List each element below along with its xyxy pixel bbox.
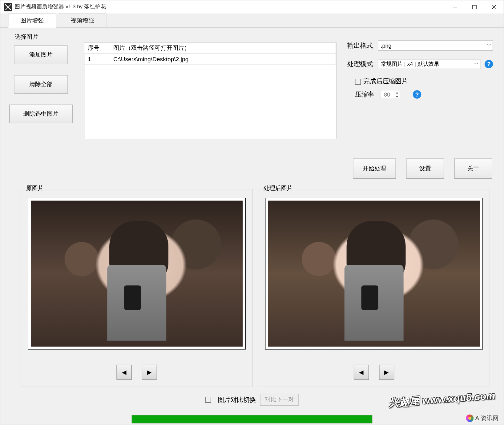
spinner-up-icon[interactable]: ▲ <box>394 90 400 94</box>
settings-button[interactable]: 设置 <box>406 158 444 179</box>
select-images-legend: 选择图片 <box>13 33 40 41</box>
maximize-button[interactable] <box>465 0 484 14</box>
chevron-down-icon: ﹀ <box>487 42 491 48</box>
settings-panel: 输出格式 .png ﹀ 处理模式 常规图片 | x4 | 默认效果 ﹀ ? 完成… <box>347 41 493 108</box>
cell-path[interactable]: C:\Users\ming\Desktop\2.jpg <box>110 54 336 64</box>
table-row[interactable]: 1 C:\Users\ming\Desktop\2.jpg <box>84 54 336 64</box>
processed-next-button[interactable]: ▶ <box>379 365 394 380</box>
compress-ratio-label: 压缩率 <box>355 90 374 98</box>
processed-image <box>268 201 480 347</box>
col-path: 图片（双击路径可打开图片） <box>110 42 336 54</box>
flower-icon <box>466 415 474 422</box>
original-image-group: 原图片 ◀ ▶ <box>21 189 253 387</box>
progress-bar <box>132 415 372 423</box>
svg-rect-1 <box>473 5 476 9</box>
titlebar: 图片视频画质增强器 v1.3 by 落红护花 <box>0 0 503 14</box>
clear-all-button[interactable]: 清除全部 <box>14 75 68 93</box>
minimize-button[interactable] <box>445 0 465 14</box>
tab-image-enhance[interactable]: 图片增强 <box>8 14 56 28</box>
original-legend: 原图片 <box>25 185 46 192</box>
cell-index: 1 <box>84 54 110 64</box>
add-image-button[interactable]: 添加图片 <box>14 46 68 64</box>
original-prev-button[interactable]: ◀ <box>116 365 131 380</box>
triangle-left-icon: ◀ <box>122 369 127 376</box>
mode-label: 处理模式 <box>347 60 378 68</box>
original-image-frame <box>28 198 245 350</box>
image-table[interactable]: 序号 图片（双击路径可打开图片） 1 C:\Users\ming\Desktop… <box>84 42 337 139</box>
compress-ratio-spinner[interactable]: ▲▼ <box>380 90 400 99</box>
triangle-left-icon: ◀ <box>359 369 364 376</box>
compare-toggle-checkbox[interactable] <box>205 397 211 403</box>
watermark-brand: AI资讯网 <box>466 415 498 422</box>
triangle-right-icon: ▶ <box>384 369 389 376</box>
processed-legend: 处理后图片 <box>262 185 295 192</box>
window-title: 图片视频画质增强器 v1.3 by 落红护花 <box>15 3 106 10</box>
compare-next-pair-button[interactable]: 对比下一对 <box>260 394 299 406</box>
close-button[interactable] <box>484 0 504 14</box>
output-format-select[interactable]: .png ﹀ <box>378 41 493 51</box>
processed-image-group: 处理后图片 ◀ ▶ <box>258 189 490 387</box>
spinner-down-icon[interactable]: ▼ <box>394 94 400 99</box>
compress-after-checkbox[interactable] <box>355 79 361 85</box>
original-image <box>31 201 243 347</box>
start-button[interactable]: 开始处理 <box>353 158 396 179</box>
about-button[interactable]: 关于 <box>454 158 492 179</box>
output-format-label: 输出格式 <box>347 42 378 50</box>
processed-prev-button[interactable]: ◀ <box>354 365 369 380</box>
help-icon[interactable]: ? <box>485 60 493 68</box>
help-icon[interactable]: ? <box>413 90 421 98</box>
delete-selected-button[interactable]: 删除选中图片 <box>9 105 73 123</box>
select-images-group: 选择图片 添加图片 清除全部 删除选中图片 序号 图片（双击路径可打开图片） <box>9 38 336 147</box>
compress-ratio-value[interactable] <box>380 90 394 98</box>
original-next-button[interactable]: ▶ <box>142 365 157 380</box>
col-index: 序号 <box>84 42 110 54</box>
chevron-down-icon: ﹀ <box>474 61 478 67</box>
tab-bar: 图片增强 视频增强 <box>0 14 503 28</box>
compare-toggle-label: 图片对比切换 <box>218 396 256 404</box>
mode-select[interactable]: 常规图片 | x4 | 默认效果 ﹀ <box>378 59 480 69</box>
processed-image-frame <box>265 198 483 350</box>
app-window: 图片视频画质增强器 v1.3 by 落红护花 图片增强 视频增强 选择图片 添加… <box>0 0 504 425</box>
app-icon <box>4 3 12 11</box>
tab-video-enhance[interactable]: 视频增强 <box>59 14 107 28</box>
compress-after-label: 完成后压缩图片 <box>363 77 408 85</box>
triangle-right-icon: ▶ <box>147 369 152 376</box>
